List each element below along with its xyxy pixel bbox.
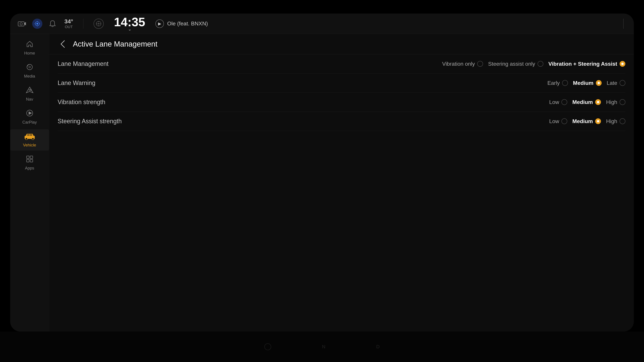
now-playing[interactable]: ▶ Ole (feat. BNXN): [156, 19, 208, 28]
svg-rect-26: [30, 134, 32, 136]
vibration-only-option[interactable]: Vibration only: [442, 61, 483, 67]
notifications-icon[interactable]: [48, 19, 58, 29]
header-divider: [83, 19, 84, 29]
bottom-control-d: D: [376, 344, 380, 350]
carplay-icon: [26, 109, 34, 118]
vibration-only-radio[interactable]: [477, 61, 483, 67]
sa-low-label: Low: [549, 118, 559, 124]
gps-icon[interactable]: GPS: [94, 19, 104, 29]
vib-low-radio[interactable]: [562, 99, 567, 105]
lane-management-label: Lane Management: [58, 60, 117, 67]
vib-high-radio[interactable]: [620, 99, 625, 105]
lane-management-options: Vibration only Steering assist only Vibr…: [442, 61, 625, 67]
nav-icon: SE: [26, 86, 34, 95]
main-content: Home Media SE: [10, 34, 634, 332]
early-option[interactable]: Early: [548, 80, 568, 86]
sa-medium-option[interactable]: Medium: [572, 118, 601, 124]
svg-text:SE: SE: [29, 88, 32, 91]
header-icons: 34° OUT GPS: [17, 18, 104, 29]
svg-rect-27: [26, 156, 29, 158]
sa-high-radio[interactable]: [620, 118, 625, 124]
apps-label: Apps: [25, 166, 34, 170]
vib-high-option[interactable]: High: [606, 99, 625, 105]
vib-medium-radio[interactable]: [595, 99, 601, 105]
apps-icon: [26, 155, 34, 164]
vibration-strength-options: Low Medium High: [549, 99, 625, 105]
sa-medium-label: Medium: [572, 118, 593, 124]
lane-warning-row: Lane Warning Early Medium Late: [58, 73, 625, 93]
vibration-steering-label: Vibration + Steering Assist: [548, 61, 617, 67]
content-area: Active Lane Management Lane Management V…: [49, 34, 634, 332]
svg-rect-0: [18, 22, 24, 26]
sa-high-label: High: [606, 118, 617, 124]
svg-point-2: [20, 23, 22, 25]
nav-label: Nav: [26, 97, 33, 102]
svg-point-23: [26, 138, 28, 140]
svg-point-4: [36, 23, 38, 24]
vibration-only-label: Vibration only: [442, 61, 475, 67]
svg-rect-29: [26, 159, 29, 162]
svg-text:GPS: GPS: [97, 23, 100, 25]
medium-warning-option[interactable]: Medium: [573, 80, 602, 86]
media-icon: [26, 63, 34, 72]
home-icon: [26, 40, 34, 49]
steering-assist-only-radio[interactable]: [538, 61, 543, 67]
vib-medium-label: Medium: [572, 99, 593, 105]
late-radio[interactable]: [620, 80, 625, 86]
play-button[interactable]: ▶: [156, 19, 164, 28]
header-bar: 34° OUT GPS 14:35 ⌄: [10, 13, 634, 34]
vibration-strength-label: Vibration strength: [58, 98, 117, 106]
sidebar: Home Media SE: [10, 34, 49, 332]
medium-warning-radio[interactable]: [596, 80, 602, 86]
connectivity-icon[interactable]: [32, 19, 42, 29]
vehicle-icon: [24, 132, 36, 141]
vibration-steering-option[interactable]: Vibration + Steering Assist: [548, 61, 625, 67]
vib-low-label: Low: [549, 99, 559, 105]
late-label: Late: [607, 80, 617, 86]
back-button[interactable]: [58, 39, 68, 49]
steering-assist-strength-options: Low Medium High: [549, 118, 625, 124]
svg-rect-25: [27, 134, 30, 136]
svg-rect-30: [30, 159, 33, 162]
early-label: Early: [548, 80, 560, 86]
sa-medium-radio[interactable]: [595, 118, 601, 124]
clock-display: 14:35 ⌄: [114, 16, 145, 31]
sidebar-item-apps[interactable]: Apps: [10, 152, 49, 174]
page-title: Active Lane Management: [73, 40, 158, 48]
sidebar-item-media[interactable]: Media: [10, 60, 49, 82]
home-label: Home: [24, 51, 35, 55]
content-header: Active Lane Management: [49, 34, 634, 54]
steering-assist-only-label: Steering assist only: [488, 61, 535, 67]
vibration-steering-radio[interactable]: [620, 61, 625, 67]
vib-medium-option[interactable]: Medium: [572, 99, 601, 105]
sa-high-option[interactable]: High: [606, 118, 625, 124]
lane-warning-options: Early Medium Late: [548, 80, 625, 86]
vibration-strength-row: Vibration strength Low Medium High: [58, 93, 625, 112]
bottom-controls: N D: [0, 332, 644, 362]
settings-list: Lane Management Vibration only Steering …: [49, 54, 634, 332]
medium-warning-label: Medium: [573, 80, 594, 86]
media-label: Media: [24, 74, 35, 78]
svg-point-24: [32, 138, 34, 140]
late-option[interactable]: Late: [607, 80, 625, 86]
svg-point-17: [29, 66, 30, 68]
sa-low-option[interactable]: Low: [549, 118, 568, 124]
sidebar-item-vehicle[interactable]: Vehicle: [10, 129, 49, 151]
sidebar-item-carplay[interactable]: CarPlay: [10, 106, 49, 128]
drive-camera-icon[interactable]: [17, 19, 27, 29]
sidebar-item-home[interactable]: Home: [10, 37, 49, 58]
bottom-control-n: N: [322, 344, 326, 350]
svg-marker-21: [29, 111, 32, 115]
steering-assist-strength-row: Steering Assist strength Low Medium High: [58, 112, 625, 131]
steering-assist-only-option[interactable]: Steering assist only: [488, 61, 543, 67]
vib-low-option[interactable]: Low: [549, 99, 568, 105]
lane-management-row: Lane Management Vibration only Steering …: [58, 54, 625, 73]
sa-low-radio[interactable]: [562, 118, 567, 124]
bottom-knob-left[interactable]: [264, 343, 271, 350]
sidebar-item-nav[interactable]: SE Nav: [10, 83, 49, 105]
early-radio[interactable]: [562, 80, 568, 86]
temperature-display: 34° OUT: [64, 18, 73, 29]
lane-warning-label: Lane Warning: [58, 79, 117, 86]
steering-assist-strength-label: Steering Assist strength: [58, 118, 122, 125]
header-end-divider: [623, 19, 624, 29]
